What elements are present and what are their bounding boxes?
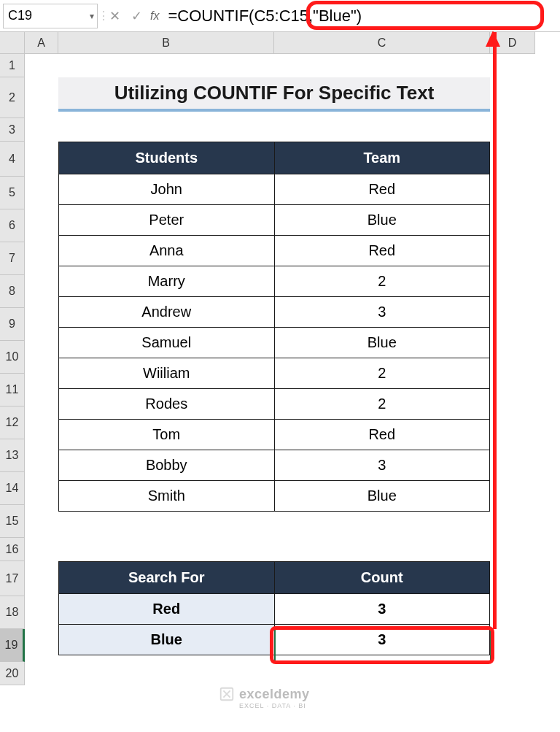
watermark-subtitle: EXCEL · DATA · BI	[239, 702, 306, 709]
row-header-19[interactable]: 19	[0, 629, 25, 662]
table-header: Team	[274, 142, 489, 174]
row-header-7[interactable]: 7	[0, 242, 25, 275]
table-cell[interactable]: Marry	[59, 266, 275, 297]
table-cell[interactable]: Rodes	[59, 389, 275, 420]
table-row: SmithBlue	[59, 481, 490, 512]
annotation-line-vertical	[493, 32, 497, 629]
table-cell[interactable]: Bobby	[59, 450, 275, 481]
search-table: Search ForCountRed3Blue3	[58, 561, 490, 655]
table-cell[interactable]: Tom	[59, 420, 275, 450]
table-cell[interactable]: Peter	[59, 205, 275, 236]
watermark-brand: exceldemy	[239, 687, 310, 702]
table-header: Students	[59, 142, 275, 174]
table-row: Red3	[59, 594, 490, 625]
row-header-11[interactable]: 11	[0, 374, 25, 407]
table-row: Bobby3	[59, 450, 490, 481]
row-header-12[interactable]: 12	[0, 407, 25, 439]
cancel-icon[interactable]: ✕	[104, 4, 125, 28]
table-cell[interactable]: Wiiliam	[59, 358, 275, 389]
name-box[interactable]: C19 ▾	[3, 4, 98, 28]
search-cell[interactable]: Red	[59, 594, 275, 625]
formula-input[interactable]: =COUNTIF(C5:C15,"Blue")	[165, 4, 560, 28]
table-header: Count	[274, 562, 490, 594]
watermark-logo-icon	[219, 686, 235, 702]
row-header-16[interactable]: 16	[0, 538, 25, 561]
table-header: Search For	[59, 562, 275, 594]
table-cell[interactable]: Anna	[59, 236, 275, 266]
column-header-A[interactable]: A	[25, 32, 58, 54]
table-row: Rodes2	[59, 389, 490, 420]
table-cell[interactable]: 3	[274, 450, 489, 481]
column-header-C[interactable]: C	[274, 32, 490, 54]
table-cell[interactable]: Red	[274, 174, 489, 205]
row-header-8[interactable]: 8	[0, 275, 25, 308]
table-cell[interactable]: Red	[274, 420, 489, 450]
row-header-3[interactable]: 3	[0, 118, 25, 142]
column-headers: ABCD	[25, 32, 535, 54]
table-cell[interactable]: 2	[274, 389, 489, 420]
table-row: AnnaRed	[59, 236, 490, 266]
row-header-6[interactable]: 6	[0, 209, 25, 242]
students-table: StudentsTeamJohnRedPeterBlueAnnaRedMarry…	[58, 142, 490, 512]
row-header-10[interactable]: 10	[0, 341, 25, 374]
row-header-17[interactable]: 17	[0, 561, 25, 596]
fx-icon[interactable]: fx	[147, 9, 165, 23]
row-header-5[interactable]: 5	[0, 177, 25, 209]
table-cell[interactable]: Andrew	[59, 297, 275, 328]
table-cell[interactable]: Blue	[274, 205, 489, 236]
table-row: SamuelBlue	[59, 328, 490, 358]
row-header-9[interactable]: 9	[0, 308, 25, 341]
table-row: Blue3	[59, 625, 490, 655]
page-title: Utilizing COUNTIF For Specific Text	[58, 77, 490, 112]
table-cell[interactable]: 3	[274, 297, 489, 328]
table-cell[interactable]: Samuel	[59, 328, 275, 358]
name-box-dropdown-icon[interactable]: ▾	[90, 11, 94, 21]
table-cell[interactable]: Red	[274, 236, 489, 266]
count-cell[interactable]: 3	[274, 594, 490, 625]
formula-text: =COUNTIF(C5:C15,"Blue")	[168, 7, 362, 26]
table-cell[interactable]: Blue	[274, 481, 489, 512]
table-cell[interactable]: John	[59, 174, 275, 205]
row-header-2[interactable]: 2	[0, 77, 25, 118]
table-row: JohnRed	[59, 174, 490, 205]
table-row: PeterBlue	[59, 205, 490, 236]
separator: ⋮	[98, 9, 104, 23]
column-header-D[interactable]: D	[490, 32, 535, 54]
row-header-15[interactable]: 15	[0, 505, 25, 538]
table-cell[interactable]: Blue	[274, 328, 489, 358]
select-all-corner[interactable]	[0, 32, 25, 54]
table-row: Marry2	[59, 266, 490, 297]
row-headers: 1234567891011121314151617181920	[0, 54, 25, 685]
row-header-20[interactable]: 20	[0, 662, 25, 685]
row-header-1[interactable]: 1	[0, 54, 25, 77]
formula-bar: C19 ▾ ⋮ ✕ ✓ fx =COUNTIF(C5:C15,"Blue")	[0, 0, 560, 32]
watermark: exceldemy	[219, 686, 310, 702]
row-header-13[interactable]: 13	[0, 439, 25, 472]
search-cell[interactable]: Blue	[59, 625, 275, 655]
enter-icon[interactable]: ✓	[125, 4, 147, 28]
table-cell[interactable]: 2	[274, 358, 489, 389]
count-cell[interactable]: 3	[274, 625, 490, 655]
column-header-B[interactable]: B	[58, 32, 274, 54]
table-row: Andrew3	[59, 297, 490, 328]
row-header-14[interactable]: 14	[0, 472, 25, 505]
table-row: TomRed	[59, 420, 490, 450]
table-cell[interactable]: 2	[274, 266, 489, 297]
row-header-18[interactable]: 18	[0, 596, 25, 629]
table-row: Wiiliam2	[59, 358, 490, 389]
table-cell[interactable]: Smith	[59, 481, 275, 512]
row-header-4[interactable]: 4	[0, 142, 25, 177]
name-box-value: C19	[8, 8, 32, 23]
